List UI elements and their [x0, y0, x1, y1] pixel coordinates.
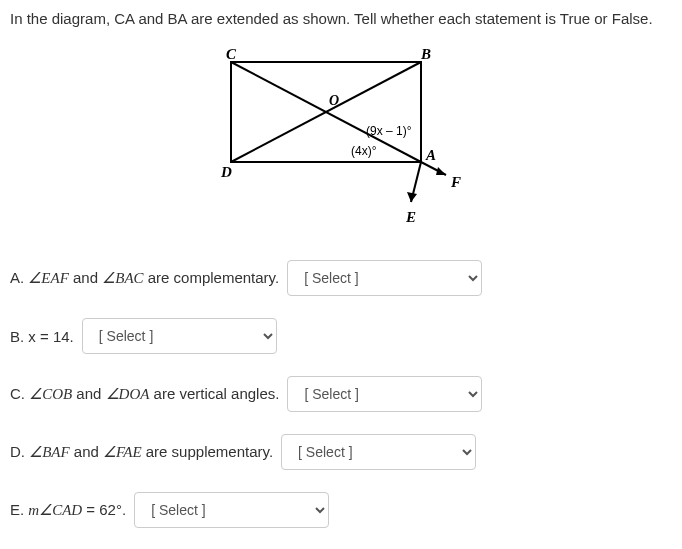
item-d-prefix: D.: [10, 443, 29, 460]
item-e: E. m∠CAD = 62°. [ Select ]: [10, 492, 672, 528]
item-c-angle1: ∠COB: [29, 386, 72, 402]
item-a-suffix: are complementary.: [144, 269, 280, 286]
label-d: D: [220, 164, 232, 180]
item-b-text: B. x = 14.: [10, 328, 74, 345]
item-a-text: A. ∠EAF and ∠BAC are complementary.: [10, 269, 279, 287]
item-a-mid: and: [69, 269, 102, 286]
label-o: O: [329, 93, 339, 108]
item-d-angle2: ∠FAE: [103, 444, 142, 460]
item-c-select[interactable]: [ Select ]: [287, 376, 482, 412]
label-a: A: [425, 147, 436, 163]
item-d-select[interactable]: [ Select ]: [281, 434, 476, 470]
geometry-diagram: C B D A O E F (9x – 1)° (4x)°: [211, 47, 471, 230]
item-c-angle2: ∠DOA: [106, 386, 150, 402]
item-c-prefix: C.: [10, 385, 29, 402]
item-c-text: C. ∠COB and ∠DOA are vertical angles.: [10, 385, 279, 403]
item-c-mid: and: [72, 385, 105, 402]
item-c: C. ∠COB and ∠DOA are vertical angles. [ …: [10, 376, 672, 412]
item-e-select[interactable]: [ Select ]: [134, 492, 329, 528]
question-text: In the diagram, CA and BA are extended a…: [10, 10, 672, 27]
item-a-angle1: ∠EAF: [28, 270, 69, 286]
svg-marker-6: [407, 192, 417, 202]
label-angle2: (4x)°: [351, 144, 377, 158]
item-e-math: m∠CAD: [28, 502, 82, 518]
item-a: A. ∠EAF and ∠BAC are complementary. [ Se…: [10, 260, 672, 296]
label-c: C: [226, 47, 237, 62]
item-a-select[interactable]: [ Select ]: [287, 260, 482, 296]
item-e-prefix: E.: [10, 501, 28, 518]
item-d-suffix: are supplementary.: [142, 443, 273, 460]
item-e-suffix: = 62°.: [82, 501, 126, 518]
item-d-text: D. ∠BAF and ∠FAE are supplementary.: [10, 443, 273, 461]
item-c-suffix: are vertical angles.: [149, 385, 279, 402]
item-d-mid: and: [70, 443, 103, 460]
item-d-angle1: ∠BAF: [29, 444, 70, 460]
item-b-select[interactable]: [ Select ]: [82, 318, 277, 354]
item-d: D. ∠BAF and ∠FAE are supplementary. [ Se…: [10, 434, 672, 470]
item-a-prefix: A.: [10, 269, 28, 286]
label-angle1: (9x – 1)°: [366, 124, 412, 138]
item-e-text: E. m∠CAD = 62°.: [10, 501, 126, 519]
label-e: E: [405, 209, 416, 225]
item-b: B. x = 14. [ Select ]: [10, 318, 672, 354]
label-b: B: [420, 47, 431, 62]
item-a-angle2: ∠BAC: [102, 270, 143, 286]
svg-marker-4: [436, 167, 446, 175]
diagram-container: C B D A O E F (9x – 1)° (4x)°: [10, 47, 672, 230]
label-f: F: [450, 174, 461, 190]
